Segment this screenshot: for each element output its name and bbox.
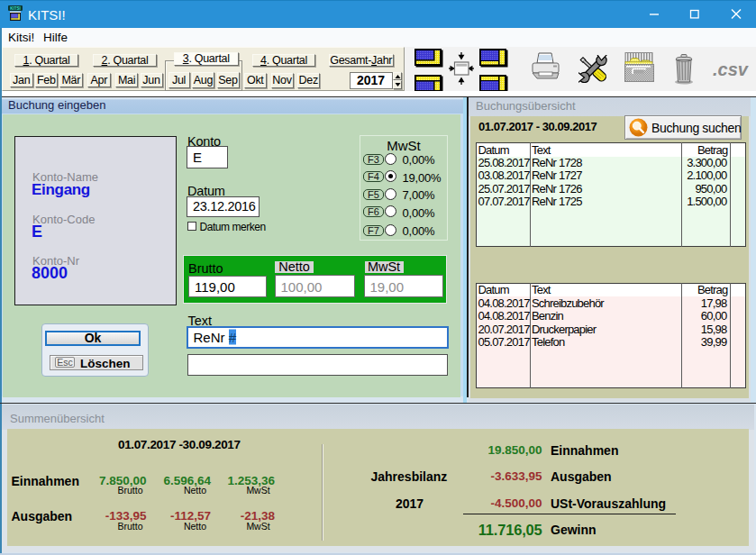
svg-text:KITSI: KITSI [10,6,21,11]
